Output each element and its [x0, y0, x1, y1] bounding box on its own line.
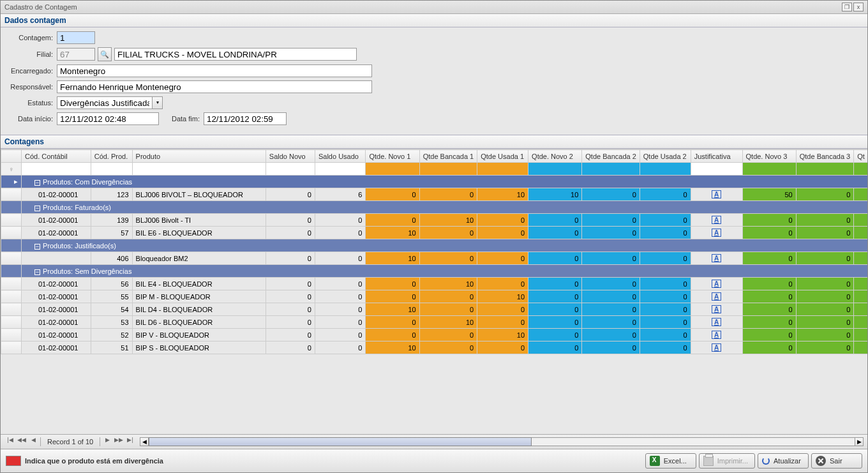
justificativa-link[interactable]: A [712, 216, 721, 224]
grid-header: Cód. ContábilCód. Prod.ProdutoSaldo Novo… [1, 150, 868, 163]
table-row[interactable]: 01-02-0000153BIL D6 - BLOQUEADOR00010000… [1, 316, 868, 329]
contagem-label: Contagem: [6, 34, 57, 41]
collapse-icon[interactable]: − [34, 206, 40, 211]
filter-icon[interactable]: ♀ [1, 163, 22, 176]
col-header-4[interactable]: Saldo Usado [315, 150, 365, 163]
col-header-13[interactable]: Qtde Bancada 3 [796, 150, 854, 163]
legend-text: Indica que o produto está em divergência [25, 457, 163, 465]
filter-row[interactable]: ♀ [1, 163, 868, 176]
group-row[interactable]: −Produtos: Sem Divergências [1, 265, 868, 278]
encarregado-input[interactable] [57, 64, 372, 77]
section-dados: Dados contagem [1, 14, 867, 27]
nav-record-text: Record 1 of 10 [47, 438, 93, 446]
window-title: Cadastro de Contagem [4, 3, 841, 11]
sair-button[interactable]: Sair [811, 453, 862, 469]
nav-prev-icon[interactable]: ◀ [27, 437, 39, 447]
table-row[interactable]: 01-02-0000152BIP V - BLOQUEADOR000010000… [1, 329, 868, 342]
collapse-icon[interactable]: − [34, 269, 40, 275]
col-header-12[interactable]: Qtde. Novo 3 [742, 150, 796, 163]
collapse-icon[interactable]: − [34, 180, 40, 186]
nav-last-icon[interactable]: ▶| [124, 437, 136, 447]
col-header-0[interactable]: Cód. Contábil [22, 150, 91, 163]
table-row[interactable]: 01-02-0000155BIP M - BLOQUEADOR000010000… [1, 290, 868, 303]
table-row[interactable]: 01-02-00001139BLJ006 Bivolt - TI00010000… [1, 214, 868, 227]
data-inicio-label: Data início: [6, 115, 57, 123]
nav-next-page-icon[interactable]: ▶▶ [113, 437, 124, 447]
nav-prev-page-icon[interactable]: ◀◀ [16, 437, 27, 447]
col-header-14[interactable]: Qt [854, 150, 867, 163]
grid-area: Cód. ContábilCód. Prod.ProdutoSaldo Novo… [1, 149, 867, 449]
grid-navigator: |◀ ◀◀ ◀ Record 1 of 10 ▶ ▶▶ ▶| ◀ ▶ [1, 434, 867, 449]
col-header-2[interactable]: Produto [132, 150, 266, 163]
justificativa-link[interactable]: A [712, 305, 721, 313]
titlebar: Cadastro de Contagem ❐ x [1, 1, 867, 14]
scroll-right-icon[interactable]: ▶ [855, 437, 864, 446]
imprimir-button[interactable]: Imprimir... [699, 453, 755, 469]
col-header-1[interactable]: Cód. Prod. [91, 150, 132, 163]
search-icon[interactable]: 🔍 [98, 47, 112, 61]
estatus-input[interactable] [57, 96, 153, 109]
contagem-input[interactable] [57, 31, 95, 44]
table-row[interactable]: 01-02-00001123BLJ006 BIVOLT – BLOQUEADOR… [1, 188, 868, 201]
estatus-label: Estatus: [6, 99, 57, 107]
col-header-9[interactable]: Qtde Bancada 2 [582, 150, 640, 163]
section-contagens: Contagens [1, 135, 867, 149]
col-header-6[interactable]: Qtde Bancada 1 [419, 150, 477, 163]
table-row[interactable]: 01-02-0000157BIL E6 - BLOQUEADOR00100000… [1, 227, 868, 239]
table-row[interactable]: 01-02-0000151BIP S - BLOQUEADOR001000000… [1, 342, 868, 354]
data-fim-input[interactable] [204, 112, 287, 125]
col-header-11[interactable]: Justificativa [691, 150, 742, 163]
nav-first-icon[interactable]: |◀ [4, 437, 16, 447]
justificativa-link[interactable]: A [712, 190, 721, 199]
responsavel-label: Responsável: [6, 83, 57, 91]
nav-next-icon[interactable]: ▶ [101, 437, 113, 447]
scroll-left-icon[interactable]: ◀ [140, 437, 149, 446]
justificativa-link[interactable]: A [712, 343, 721, 352]
col-header-7[interactable]: Qtde Usada 1 [477, 150, 528, 163]
col-header-3[interactable]: Saldo Novo [266, 150, 315, 163]
data-fim-label: Data fim: [172, 115, 204, 123]
justificativa-link[interactable]: A [712, 318, 721, 326]
scroll-thumb[interactable] [149, 437, 532, 446]
print-icon [703, 456, 714, 466]
justificativa-link[interactable]: A [712, 292, 721, 301]
chevron-down-icon[interactable]: ▾ [153, 96, 163, 109]
justificativa-link[interactable]: A [712, 229, 721, 237]
restore-icon[interactable]: ❐ [842, 3, 852, 11]
refresh-icon [762, 457, 770, 465]
close-icon[interactable]: x [853, 3, 864, 11]
grid-table: Cód. ContábilCód. Prod.ProdutoSaldo Novo… [1, 149, 867, 354]
atualizar-button[interactable]: Atualizar [758, 453, 809, 469]
col-header-10[interactable]: Qtde Usada 2 [640, 150, 691, 163]
app-window: Cadastro de Contagem ❐ x Dados contagem … [0, 0, 868, 473]
data-inicio-input[interactable] [57, 112, 159, 125]
group-row[interactable]: ▸−Produtos: Com Divergências [1, 176, 868, 188]
filial-code-input [57, 48, 95, 61]
justificativa-link[interactable]: A [712, 331, 721, 339]
table-row[interactable]: 01-02-0000156BIL E4 - BLOQUEADOR00010000… [1, 278, 868, 290]
excel-icon [650, 456, 660, 466]
filial-label: Filial: [6, 50, 57, 58]
responsavel-input[interactable] [57, 80, 372, 93]
exit-icon [816, 456, 826, 466]
footer: Indica que o produto está em divergência… [1, 449, 867, 472]
table-row[interactable]: 406Bloqueador BM2001000000A00 [1, 252, 868, 265]
grid-scroll[interactable]: Cód. ContábilCód. Prod.ProdutoSaldo Novo… [1, 149, 867, 434]
group-row[interactable]: −Produtos: Faturado(s) [1, 201, 868, 214]
group-row[interactable]: −Produtos: Justificado(s) [1, 239, 868, 252]
excel-button[interactable]: Excel... [645, 453, 696, 469]
collapse-icon[interactable]: − [34, 244, 40, 250]
table-row[interactable]: 01-02-0000154BIL D4 - BLOQUEADOR00100000… [1, 303, 868, 316]
filial-name-input[interactable] [114, 48, 357, 61]
estatus-combo[interactable]: ▾ [57, 96, 163, 109]
justificativa-link[interactable]: A [712, 254, 721, 262]
encarregado-label: Encarregado: [6, 67, 57, 75]
horizontal-scrollbar[interactable]: ◀ ▶ [140, 437, 864, 446]
col-header-8[interactable]: Qtde. Novo 2 [528, 150, 582, 163]
col-header-5[interactable]: Qtde. Novo 1 [366, 150, 419, 163]
form-dados: Contagem: Filial: 🔍 Encarregado: Respons… [1, 27, 867, 135]
justificativa-link[interactable]: A [712, 280, 721, 288]
legend-color [6, 456, 21, 466]
